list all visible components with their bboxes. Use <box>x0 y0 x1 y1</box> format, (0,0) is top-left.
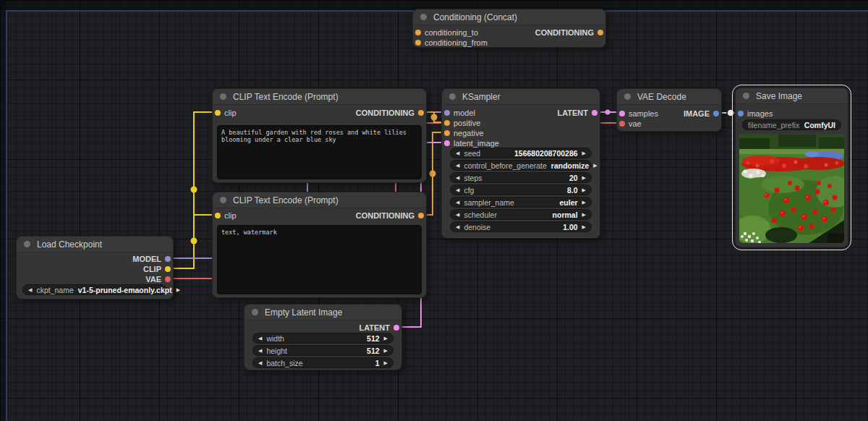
link-dot[interactable] <box>191 187 197 193</box>
node-header[interactable]: Conditioning (Concat) <box>413 9 605 25</box>
widget-height[interactable]: ◀ height 512 ▶ <box>252 345 393 356</box>
positive-prompt-textarea[interactable]: A beautiful garden with red roses and wh… <box>217 125 422 179</box>
collapse-dot-icon[interactable] <box>624 93 631 100</box>
input-slot-clip[interactable]: clip <box>215 108 237 118</box>
conditioning-slot-dot[interactable] <box>415 30 421 35</box>
node-clip-text-encode-negative[interactable]: CLIP Text Encode (Prompt) clip CONDITION… <box>212 192 427 298</box>
widget-cfg[interactable]: ◀ cfg 8.0 ▶ <box>450 184 592 195</box>
widget-filename-prefix[interactable]: filename_prefix ComfyUI <box>742 119 841 130</box>
widget-seed[interactable]: ◀ seed 156680208700286 ▶ <box>450 148 592 158</box>
widget-control-before-generate[interactable]: ◀ control_before_generate randomize ▶ <box>450 160 592 171</box>
output-slot-conditioning[interactable]: CONDITIONING <box>356 210 424 221</box>
conditioning-slot-dot[interactable] <box>415 40 421 46</box>
decrement-arrow-icon[interactable]: ◀ <box>258 348 262 353</box>
input-slot-images[interactable]: images <box>738 109 773 119</box>
collapse-dot-icon[interactable] <box>252 309 258 315</box>
node-empty-latent-image[interactable]: Empty Latent Image LATENT ◀ width 512 ▶ … <box>244 304 402 370</box>
node-header[interactable]: VAE Decode <box>617 89 721 105</box>
decrement-arrow-icon[interactable]: ◀ <box>456 163 459 168</box>
increment-arrow-icon[interactable]: ▶ <box>176 287 180 292</box>
node-header[interactable]: KSampler <box>442 89 600 105</box>
collapse-dot-icon[interactable] <box>420 14 427 20</box>
conditioning-slot-dot[interactable] <box>444 130 450 136</box>
latent-slot-dot[interactable] <box>619 111 625 116</box>
node-header[interactable]: CLIP Text Encode (Prompt) <box>213 192 426 208</box>
link-dot[interactable] <box>430 171 436 177</box>
widget-ckpt-name[interactable]: ◀ ckpt_name v1-5-pruned-emaonly.ckpt ▶ <box>22 284 167 295</box>
input-slot-positive[interactable]: positive <box>444 118 480 128</box>
decrement-arrow-icon[interactable]: ◀ <box>258 360 262 365</box>
output-slot-vae[interactable]: VAE <box>145 274 171 284</box>
widget-steps[interactable]: ◀ steps 20 ▶ <box>450 172 592 183</box>
node-ksampler[interactable]: KSampler model positive negative latent_… <box>441 88 600 239</box>
output-slot-conditioning[interactable]: CONDITIONING <box>535 27 603 38</box>
model-slot-dot[interactable] <box>165 256 171 262</box>
output-slot-conditioning[interactable]: CONDITIONING <box>356 108 424 118</box>
latent-slot-dot[interactable] <box>393 325 399 331</box>
increment-arrow-icon[interactable]: ▶ <box>582 212 586 217</box>
conditioning-slot-dot[interactable] <box>444 120 450 126</box>
output-slot-latent[interactable]: LATENT <box>359 323 399 333</box>
output-slot-model[interactable]: MODEL <box>132 254 171 264</box>
input-slot-conditioning-to[interactable]: conditioning_to <box>415 27 478 38</box>
decrement-arrow-icon[interactable]: ◀ <box>258 336 262 341</box>
node-header[interactable]: Save Image <box>736 88 848 104</box>
conditioning-slot-dot[interactable] <box>418 213 424 218</box>
link-dot[interactable] <box>431 114 438 121</box>
graph-canvas[interactable]: Conditioning (Concat) conditioning_to co… <box>0 0 868 421</box>
input-slot-negative[interactable]: negative <box>444 128 484 138</box>
vae-slot-dot[interactable] <box>619 121 625 127</box>
image-slot-dot[interactable] <box>713 111 719 116</box>
input-slot-clip[interactable]: clip <box>215 210 237 221</box>
node-header[interactable]: Load Checkpoint <box>17 237 173 252</box>
collapse-dot-icon[interactable] <box>220 93 226 100</box>
collapse-dot-icon[interactable] <box>449 93 456 100</box>
decrement-arrow-icon[interactable]: ◀ <box>456 150 459 156</box>
node-vae-decode[interactable]: VAE Decode samples vae IMAGE <box>616 88 722 132</box>
collapse-dot-icon[interactable] <box>743 93 749 99</box>
decrement-arrow-icon[interactable]: ◀ <box>456 175 459 180</box>
latent-slot-dot[interactable] <box>444 140 450 146</box>
node-save-image[interactable]: Save Image images filename_prefix ComfyU… <box>735 88 848 247</box>
node-conditioning-concat[interactable]: Conditioning (Concat) conditioning_to co… <box>412 9 606 48</box>
increment-arrow-icon[interactable]: ▶ <box>582 175 586 180</box>
input-slot-latent-image[interactable]: latent_image <box>444 138 499 148</box>
increment-arrow-icon[interactable]: ▶ <box>384 360 388 365</box>
node-header[interactable]: Empty Latent Image <box>244 305 401 320</box>
conditioning-slot-dot[interactable] <box>418 110 424 116</box>
clip-slot-dot[interactable] <box>165 266 171 272</box>
input-slot-model[interactable]: model <box>444 108 475 118</box>
input-slot-conditioning-from[interactable]: conditioning_from <box>415 38 488 48</box>
link-dot[interactable] <box>191 238 197 244</box>
input-slot-samples[interactable]: samples <box>619 109 658 119</box>
link-dot[interactable] <box>605 110 610 115</box>
latent-slot-dot[interactable] <box>592 110 597 116</box>
input-slot-vae[interactable]: vae <box>619 119 642 129</box>
output-slot-image[interactable]: IMAGE <box>684 109 719 119</box>
collapse-dot-icon[interactable] <box>24 241 30 247</box>
decrement-arrow-icon[interactable]: ◀ <box>456 200 459 205</box>
negative-prompt-textarea[interactable]: text, watermark <box>217 225 422 294</box>
decrement-arrow-icon[interactable]: ◀ <box>456 224 459 229</box>
vae-slot-dot[interactable] <box>165 276 171 282</box>
decrement-arrow-icon[interactable]: ◀ <box>456 212 459 217</box>
increment-arrow-icon[interactable]: ▶ <box>593 163 597 168</box>
node-header[interactable]: CLIP Text Encode (Prompt) <box>213 89 426 105</box>
node-clip-text-encode-positive[interactable]: CLIP Text Encode (Prompt) clip CONDITION… <box>212 88 427 183</box>
widget-batch-size[interactable]: ◀ batch_size 1 ▶ <box>252 357 393 368</box>
increment-arrow-icon[interactable]: ▶ <box>582 150 586 156</box>
node-load-checkpoint[interactable]: Load Checkpoint MODEL CLIP VAE ◀ ckpt_na… <box>16 236 174 299</box>
widget-denoise[interactable]: ◀ denoise 1.00 ▶ <box>450 221 592 232</box>
increment-arrow-icon[interactable]: ▶ <box>582 187 586 192</box>
widget-sampler-name[interactable]: ◀ sampler_name euler ▶ <box>450 197 592 208</box>
decrement-arrow-icon[interactable]: ◀ <box>28 287 32 292</box>
widget-scheduler[interactable]: ◀ scheduler normal ▶ <box>450 209 592 220</box>
clip-slot-dot[interactable] <box>215 213 221 218</box>
decrement-arrow-icon[interactable]: ◀ <box>456 187 459 192</box>
output-slot-latent[interactable]: LATENT <box>557 108 597 118</box>
image-slot-dot[interactable] <box>738 111 744 116</box>
output-slot-clip[interactable]: CLIP <box>143 264 171 274</box>
conditioning-slot-dot[interactable] <box>597 30 603 35</box>
increment-arrow-icon[interactable]: ▶ <box>384 336 388 341</box>
increment-arrow-icon[interactable]: ▶ <box>384 348 388 353</box>
